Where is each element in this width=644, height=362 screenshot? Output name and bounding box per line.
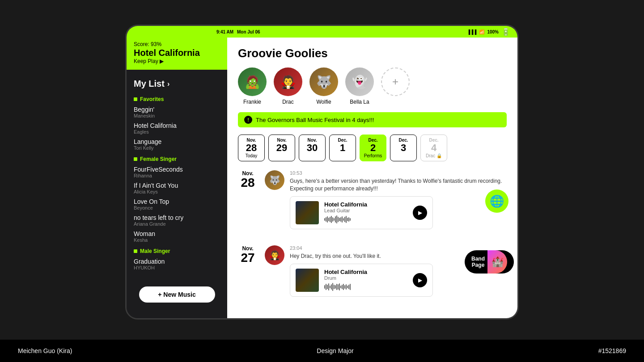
main-content: Groovie Goolies 🧟 Frankie 🧛 Drac 🐺 Wolfi… [227, 38, 517, 318]
list-item[interactable]: If I Ain't Got You Alicia Keys [127, 180, 227, 196]
date-nov30[interactable]: Nov. 30 [299, 135, 326, 161]
sidebar: Score: 93% Hotel California Keep Play ▶ … [127, 38, 227, 318]
track-card-hotel-drum[interactable]: Hotel California Drum ▶ [290, 264, 433, 297]
category-female-singer: Female Singer [127, 152, 227, 164]
category-male-singer: Male Singer [127, 244, 227, 256]
globe-button[interactable]: 🌐 [485, 189, 508, 213]
member-name-frankie: Frankie [243, 99, 261, 105]
member-name-wolfie: Wolfie [316, 99, 331, 105]
score-display: Score: 93% [134, 41, 220, 47]
keep-play-button[interactable]: Keep Play ▶ [134, 58, 220, 64]
feed-date-nov27: Nov. 27 [238, 245, 258, 306]
member-avatar-wolfie: 🐺 [309, 67, 338, 96]
date-dec3[interactable]: Dec. 3 [390, 135, 417, 161]
play-button-lead[interactable]: ▶ [413, 206, 427, 220]
member-name-drac: Drac [282, 99, 293, 105]
status-time: 9:41 AM [216, 29, 233, 34]
my-list-header[interactable]: My List › [127, 73, 227, 93]
member-bella[interactable]: 👻 Bella La [345, 67, 374, 105]
chevron-right-icon: › [167, 80, 169, 88]
waveform-drum [324, 282, 407, 291]
feed-content-nov28: 🐺 10:53 Guys, here's a better version th… [265, 170, 507, 238]
band-page-label: BandPage [471, 256, 485, 269]
list-item[interactable]: Love On Top Beyonce [127, 196, 227, 212]
track-info-hotel-lead: Hotel California Lead Guitar [324, 201, 407, 224]
now-playing-header: Score: 93% Hotel California Keep Play ▶ [127, 38, 227, 70]
play-button-drum[interactable]: ▶ [413, 273, 427, 287]
new-music-button[interactable]: + New Music [139, 286, 215, 303]
status-date: Mon Jul 06 [237, 29, 260, 34]
signal-icon: ▐▐▐ [467, 29, 476, 34]
add-member-button[interactable]: + [381, 67, 410, 96]
feed-avatar-wolfie[interactable]: 🐺 [265, 170, 284, 190]
track-info-hotel-drum: Hotel California Drum [324, 269, 407, 291]
list-item[interactable]: FourFiveSeconds Rihanna [127, 164, 227, 180]
member-name-bella: Bella La [350, 99, 369, 105]
footer-bar: Meichen Guo (Kira) Design Major #1521869 [0, 340, 644, 362]
list-item[interactable]: Language Tori Kelly [127, 136, 227, 152]
member-drac[interactable]: 🧛 Drac [274, 67, 302, 105]
member-avatar-bella: 👻 [345, 67, 374, 96]
track-card-hotel-lead[interactable]: Hotel California Lead Guitar ▶ [290, 196, 433, 229]
feed-body-wolfie: 10:53 Guys, here's a better version than… [290, 170, 507, 229]
member-frankie[interactable]: 🧟 Frankie [238, 67, 267, 105]
list-item[interactable]: Hotel California Eagles [127, 120, 227, 136]
category-favorites: Favorites [127, 93, 227, 104]
feed-item-wolfie: 🐺 10:53 Guys, here's a better version th… [265, 170, 507, 229]
feed-section-nov28: Nov. 28 🐺 10:53 Guys, here's a better ve… [238, 170, 507, 238]
alert-banner: ! The Governors Ball Music Festival in 4… [238, 112, 507, 127]
member-avatar-drac: 🧛 [274, 67, 302, 96]
list-item[interactable]: no tears left to cry Ariana Grande [127, 212, 227, 228]
footer-major: Design Major [317, 347, 353, 354]
band-page-button[interactable]: BandPage 🏰 [465, 250, 514, 274]
band-name: Groovie Goolies [238, 46, 507, 60]
list-item[interactable]: Beggin' Maneskin [127, 104, 227, 120]
track-thumb-hotel-drum [296, 269, 319, 292]
track-thumb-hotel [296, 201, 319, 224]
band-page-art: 🏰 [487, 250, 507, 274]
date-nov29[interactable]: Nov. 29 [268, 135, 295, 161]
date-dec4[interactable]: Dec. 4 Drac 🔒 [420, 135, 447, 161]
alert-icon: ! [244, 116, 252, 124]
date-dec1[interactable]: Dec. 1 [329, 135, 356, 161]
dates-row: Nov. 28 Today Nov. 29 Nov. 30 Dec. 1 [238, 135, 507, 161]
now-playing-title: Hotel California [134, 47, 220, 58]
members-row: 🧟 Frankie 🧛 Drac 🐺 Wolfie 👻 Bella La [238, 67, 507, 105]
date-dec2[interactable]: Dec. 2 Performs [360, 135, 386, 161]
feed-section-nov27: Nov. 27 🧛 23:04 Hey Drac, try this one o… [238, 245, 507, 306]
feed-avatar-drac[interactable]: 🧛 [265, 245, 284, 265]
member-avatar-frankie: 🧟 [238, 67, 267, 96]
member-wolfie[interactable]: 🐺 Wolfie [309, 67, 338, 105]
footer-author: Meichen Guo (Kira) [18, 347, 72, 354]
date-nov28[interactable]: Nov. 28 Today [238, 135, 265, 161]
list-item[interactable]: Woman Kesha [127, 228, 227, 244]
footer-id: #1521869 [598, 347, 626, 354]
battery-icon: 100% [487, 29, 499, 34]
wifi-icon: 📶 [479, 29, 484, 34]
feed-date-nov28: Nov. 28 [238, 170, 258, 238]
battery-bar: 🔋 [501, 28, 510, 36]
list-item[interactable]: Graduation HYUKOH [127, 256, 227, 272]
waveform-lead [324, 215, 407, 224]
